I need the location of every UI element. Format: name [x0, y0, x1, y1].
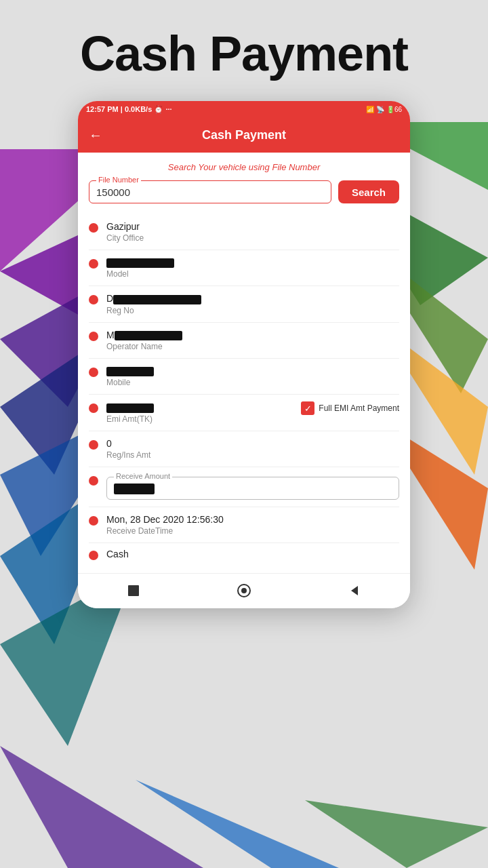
item-content: M Operator Name	[106, 330, 399, 351]
emi-right: ✓ Full EMI Amt Payment	[301, 401, 399, 415]
nav-back-button[interactable]	[342, 578, 367, 603]
status-time: 12:57 PM | 0.0KB/s ⏰ ···	[86, 105, 172, 114]
emi-left: Emi Amt(TK)	[106, 401, 294, 423]
list-item-emi: Emi Amt(TK) ✓ Full EMI Amt Payment	[89, 395, 399, 431]
item-main-regno: D	[106, 293, 399, 304]
redacted-value	[113, 295, 201, 304]
item-main-gazipur: Gazipur	[106, 221, 399, 232]
search-button[interactable]: Search	[338, 180, 399, 203]
file-number-wrapper: File Number	[89, 180, 331, 203]
redacted-value	[106, 258, 174, 268]
battery-icon: 🔋66	[386, 106, 402, 113]
receive-amount-wrapper: Receive Amount	[106, 477, 399, 500]
item-content: Emi Amt(TK) ✓ Full EMI Amt Payment	[106, 401, 399, 423]
item-content: D Reg No	[106, 293, 399, 315]
item-label-regno: Reg No	[106, 306, 399, 315]
phone-container: 12:57 PM | 0.0KB/s ⏰ ··· 📶 📡 🔋66 ← Cash …	[78, 101, 410, 608]
status-bar: 12:57 PM | 0.0KB/s ⏰ ··· 📶 📡 🔋66	[78, 101, 410, 117]
item-content: Mon, 28 Dec 2020 12:56:30 Receive DateTi…	[106, 514, 399, 536]
item-main-emi	[106, 401, 294, 412]
list-item-receive-amount: Receive Amount	[89, 467, 399, 507]
redacted-value	[115, 331, 182, 340]
list-dot	[89, 440, 98, 450]
receive-amount-label: Receive Amount	[114, 472, 172, 480]
item-label-emi: Emi Amt(TK)	[106, 414, 294, 424]
page-title: Cash Payment	[80, 27, 408, 81]
list-dot	[89, 516, 98, 526]
search-hint: Search Your vehicle using File Number	[89, 162, 399, 172]
list-dot	[89, 223, 98, 233]
list-item-datetime: Mon, 28 Dec 2020 12:56:30 Receive DateTi…	[89, 507, 399, 543]
item-label-mobile: Mobile	[106, 378, 399, 387]
list-item: Mobile	[89, 359, 399, 395]
list-dot	[89, 295, 98, 304]
item-label-reginsamt: Reg/Ins Amt	[106, 450, 399, 460]
nav-home-button[interactable]	[232, 578, 256, 603]
item-label-gazipur: City Office	[106, 233, 399, 243]
item-content: Cash	[106, 549, 399, 561]
stop-icon	[126, 583, 141, 598]
list-dot	[89, 476, 98, 486]
item-label-datetime: Receive DateTime	[106, 526, 399, 536]
home-icon	[237, 583, 251, 598]
item-main-reginsamt: 0	[106, 438, 399, 449]
nav-bar	[78, 573, 410, 608]
full-emi-label: Full EMI Amt Payment	[319, 403, 399, 413]
app-bar: ← Cash Payment	[78, 117, 410, 153]
svg-rect-16	[128, 585, 139, 596]
item-content: 0 Reg/Ins Amt	[106, 438, 399, 460]
item-content: Receive Amount	[106, 474, 399, 500]
redacted-value	[106, 367, 154, 376]
signal-icon: 📶	[366, 106, 374, 113]
item-main-datetime: Mon, 28 Dec 2020 12:56:30	[106, 514, 399, 525]
list-item: Model	[89, 250, 399, 286]
item-label-operator: Operator Name	[106, 342, 399, 351]
item-content: Gazipur City Office	[106, 221, 399, 243]
full-emi-checkbox[interactable]: ✓	[301, 401, 314, 415]
list-item-cash: Cash	[89, 543, 399, 564]
app-bar-title: Cash Payment	[202, 128, 286, 142]
list-item: M Operator Name	[89, 323, 399, 359]
status-icons: 📶 📡 🔋66	[366, 106, 402, 113]
list-dot	[89, 332, 98, 341]
emi-row: Emi Amt(TK) ✓ Full EMI Amt Payment	[106, 401, 399, 423]
receive-amount-input[interactable]	[114, 484, 155, 494]
file-number-input[interactable]	[96, 186, 324, 198]
item-content: Model	[106, 257, 399, 279]
back-icon	[347, 583, 362, 598]
list-item-reg-ins: 0 Reg/Ins Amt	[89, 431, 399, 467]
list-item: D Reg No	[89, 286, 399, 322]
item-content: Mobile	[106, 366, 399, 387]
content-area: Search Your vehicle using File Number Fi…	[78, 153, 410, 572]
list-item: Gazipur City Office	[89, 214, 399, 250]
file-number-label: File Number	[96, 176, 141, 184]
redacted-value	[106, 403, 154, 413]
item-main-operator: M	[106, 330, 399, 340]
search-row: File Number Search	[89, 180, 399, 203]
item-main-cash: Cash	[106, 549, 399, 559]
list-dot	[89, 551, 98, 560]
item-main-mobile	[106, 366, 399, 376]
svg-marker-19	[351, 586, 358, 595]
back-button[interactable]: ←	[89, 127, 102, 143]
item-label-model: Model	[106, 269, 399, 279]
nav-stop-button[interactable]	[121, 578, 146, 603]
wifi-icon: 📡	[376, 106, 384, 113]
list-dot	[89, 368, 98, 377]
item-main-model	[106, 257, 399, 268]
svg-point-18	[241, 588, 247, 593]
list-dot	[89, 259, 98, 269]
list-dot	[89, 403, 98, 413]
